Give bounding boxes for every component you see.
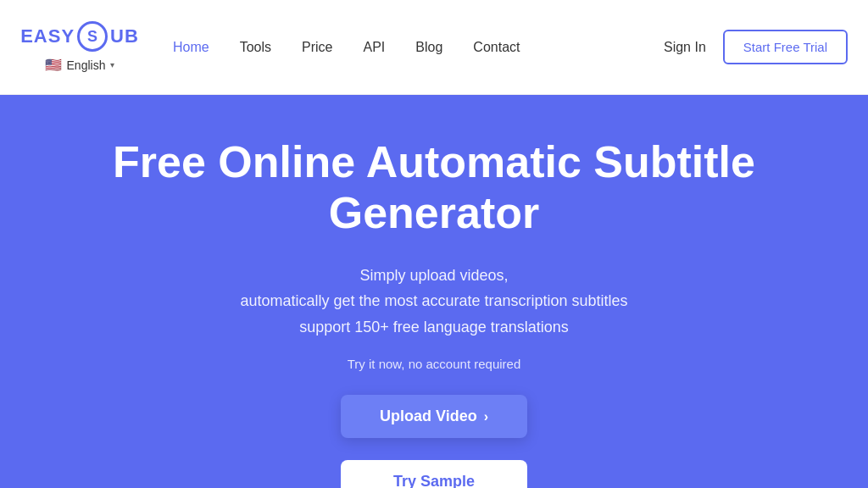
logo-easy-text: EASY [20, 25, 75, 47]
logo-s-circle: S [77, 21, 108, 52]
chevron-down-icon: ▾ [110, 60, 114, 69]
logo[interactable]: EASY S UB [20, 21, 139, 52]
nav-price[interactable]: Price [302, 40, 332, 55]
flag-icon: 🇺🇸 [45, 57, 62, 73]
hero-subtitle-line3: support 150+ free language translations [299, 319, 569, 336]
hero-title: Free Online Automatic Subtitle Generator [27, 137, 841, 239]
navbar: EASY S UB 🇺🇸 English ▾ Home Tools Price … [0, 0, 868, 95]
cta-buttons: Upload Video › Try Sample [341, 395, 527, 488]
start-trial-button[interactable]: Start Free Trial [723, 30, 848, 64]
nav-blog[interactable]: Blog [415, 40, 442, 55]
sign-in-link[interactable]: Sign In [664, 40, 706, 55]
chevron-right-icon: › [484, 409, 488, 424]
nav-right: Sign In Start Free Trial [664, 30, 848, 64]
logo-area: EASY S UB 🇺🇸 English ▾ [20, 21, 139, 73]
nav-contact[interactable]: Contact [473, 40, 520, 55]
language-selector[interactable]: 🇺🇸 English ▾ [45, 57, 115, 73]
hero-note: Try it now, no account required [348, 357, 521, 371]
logo-ub-text: UB [110, 25, 139, 47]
nav-home[interactable]: Home [173, 40, 209, 55]
hero-subtitle: Simply upload videos, automatically get … [240, 263, 627, 341]
language-label: English [67, 58, 106, 72]
nav-links: Home Tools Price API Blog Contact [173, 40, 664, 55]
upload-video-label: Upload Video [380, 408, 477, 425]
nav-api[interactable]: API [364, 40, 386, 55]
hero-section: Free Online Automatic Subtitle Generator… [0, 95, 868, 488]
upload-video-button[interactable]: Upload Video › [341, 395, 527, 438]
hero-subtitle-line1: Simply upload videos, [359, 267, 508, 284]
nav-tools[interactable]: Tools [240, 40, 271, 55]
try-sample-button[interactable]: Try Sample [341, 460, 527, 488]
hero-subtitle-line2: automatically get the most accurate tran… [240, 292, 627, 309]
